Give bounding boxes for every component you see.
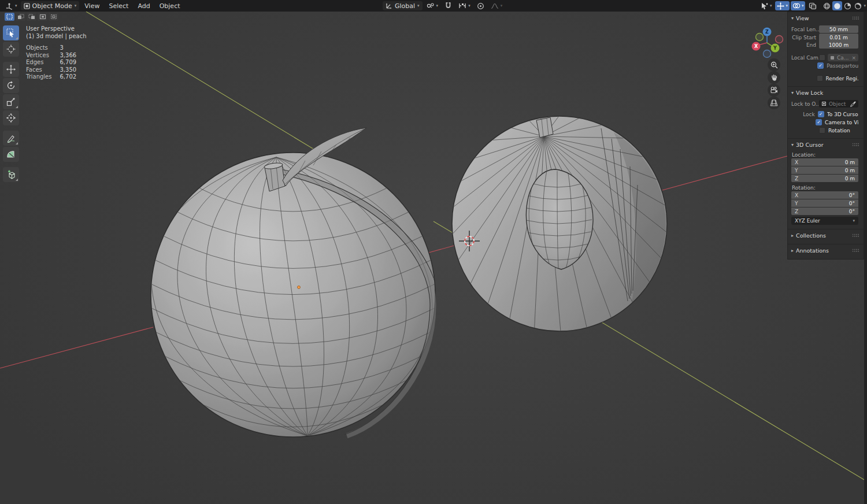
shading-material-button[interactable] (843, 1, 853, 10)
chevron-down-icon: ▾ (770, 4, 772, 8)
local-camera-object-field[interactable]: Ca... × (828, 54, 858, 61)
eyedropper-icon[interactable] (850, 101, 856, 107)
lock-3d-cursor-checkbox[interactable]: ✓ (818, 111, 824, 117)
cursor-section-header[interactable]: ▾ 3D Cursor (791, 140, 858, 149)
show-overlays-toggle[interactable]: ▾ (791, 1, 806, 10)
viewport-info-overlay: User Perspective (1) 3d model | peach Ob… (26, 25, 87, 81)
navigation-gizmo[interactable]: Z X Y (749, 24, 787, 62)
chevron-down-icon: ▾ (791, 142, 794, 147)
tool-select-box[interactable] (3, 25, 19, 40)
annotations-section-header[interactable]: ▸ Annotations (791, 246, 858, 255)
view-lock-section-header[interactable]: ▾ View Lock (791, 88, 858, 97)
stat-row: Triangles6,702 (26, 73, 76, 81)
select-subtract-button[interactable] (27, 13, 36, 21)
editor-type-selector[interactable]: ▾ (3, 1, 20, 10)
menu-object[interactable]: Object (155, 0, 184, 12)
snap-increment-icon (458, 2, 466, 9)
axis-neg-x-ball[interactable] (776, 36, 783, 43)
select-intersect-button[interactable] (49, 13, 58, 21)
camera-to-view-label: Camera to Vi... (825, 120, 858, 125)
tool-annotate[interactable] (3, 131, 19, 146)
tool-add-primitive[interactable] (3, 167, 19, 182)
panel-section-annotations: ▸ Annotations (788, 244, 864, 259)
cursor-rotation-z-field[interactable]: Z0° (791, 207, 858, 215)
snap-settings-dropdown[interactable]: ▾ (456, 1, 473, 10)
chevron-down-icon: ▾ (15, 4, 17, 8)
tool-measure[interactable] (3, 147, 19, 162)
wireframe-shading-icon (823, 2, 831, 10)
clear-object-icon[interactable]: × (851, 55, 856, 61)
clip-end-field[interactable]: 1000 m (819, 41, 858, 49)
peach-model-whole (151, 128, 439, 439)
lock-to-object-field[interactable]: Object (819, 100, 858, 108)
axis-neg-y-ball[interactable] (756, 34, 764, 41)
shading-rendered-button[interactable] (853, 1, 863, 10)
chevron-down-icon: ▾ (791, 90, 794, 95)
tool-scale[interactable] (3, 94, 19, 109)
mode-dropdown[interactable]: Object Mode ▾ (21, 1, 80, 10)
mode-label: Object Mode (32, 2, 72, 10)
select-invert-button[interactable] (38, 13, 47, 21)
tool-move[interactable] (3, 62, 19, 77)
cursor-location-x-field[interactable]: X0 m (791, 158, 858, 166)
tool-transform[interactable] (3, 110, 19, 125)
proportional-edit-toggle[interactable] (475, 1, 487, 10)
collections-section-header[interactable]: ▸ Collections (791, 231, 858, 240)
passepartout-checkbox[interactable]: ✓ (817, 62, 824, 69)
peach-model-cross-section (441, 105, 677, 342)
cursor-rotation-x-field[interactable]: X0° (791, 191, 858, 199)
xray-toggle[interactable] (806, 1, 819, 10)
chevron-down-icon: ▾ (417, 4, 420, 8)
shading-wireframe-button[interactable] (822, 1, 832, 10)
panel-edge-strip[interactable] (864, 12, 867, 504)
lock-rotation-checkbox[interactable] (819, 127, 825, 134)
section-grip-icon[interactable] (852, 249, 859, 252)
pan-button[interactable] (768, 71, 780, 84)
overlays-icon (792, 2, 801, 9)
view-section-header[interactable]: ▾ View (791, 14, 858, 23)
stat-row: Edges6,709 (26, 59, 76, 66)
cursor-rotation-y-field[interactable]: Y0° (791, 199, 858, 207)
proportional-edit-icon (477, 2, 484, 10)
menu-view[interactable]: View (80, 0, 103, 12)
pivot-point-dropdown[interactable]: ▾ (424, 1, 441, 10)
panel-section-collections: ▸ Collections (788, 229, 864, 244)
render-region-label: Render Regi... (826, 76, 859, 81)
rendered-shading-icon (854, 2, 862, 10)
focal-length-field[interactable]: 50 mm (819, 25, 858, 33)
render-region-checkbox[interactable] (817, 75, 823, 81)
object-visibility-dropdown[interactable]: ▾ (758, 1, 775, 10)
clip-start-field[interactable]: 0.01 m (819, 34, 858, 41)
show-gizmo-toggle[interactable]: ▾ (775, 1, 790, 10)
cursor-location-y-field[interactable]: Y0 m (791, 166, 858, 174)
tool-rotate[interactable] (3, 78, 19, 93)
sidebar-n-panel: ▾ View Focal Len... 50 mm Clip Start 0.0… (787, 12, 864, 260)
chevron-down-icon: ▾ (864, 4, 866, 8)
camera-to-view-checkbox[interactable]: ✓ (816, 119, 822, 125)
section-grip-icon[interactable] (852, 234, 859, 237)
scene-collection-label: (1) 3d model | peach (26, 33, 87, 40)
menu-add[interactable]: Add (134, 0, 154, 12)
tool-cursor[interactable] (3, 42, 19, 57)
tool-shelf (3, 25, 19, 183)
snap-toggle[interactable] (442, 1, 454, 10)
section-grip-icon[interactable] (852, 143, 859, 146)
select-extend-button[interactable] (16, 13, 25, 21)
axis-neg-z-ball[interactable] (764, 50, 771, 58)
camera-view-button[interactable] (768, 84, 780, 97)
xray-icon (809, 2, 817, 10)
select-set-button[interactable] (5, 13, 14, 21)
3d-viewport[interactable]: Options (0, 12, 867, 504)
euler-order-dropdown[interactable]: XYZ Euler ▾ (791, 217, 858, 225)
transform-orientation-dropdown[interactable]: Global ▾ (383, 1, 423, 10)
orthographic-grid-button[interactable] (768, 97, 780, 109)
camera-data-icon (830, 55, 835, 60)
shading-mode-group: ▾ (822, 1, 866, 10)
menu-select[interactable]: Select (105, 0, 132, 12)
local-camera-checkbox[interactable] (819, 54, 825, 61)
focal-length-label: Focal Len... (791, 27, 819, 32)
section-grip-icon[interactable] (852, 16, 859, 20)
proportional-falloff-dropdown[interactable]: ▾ (488, 1, 505, 10)
cursor-location-z-field[interactable]: Z0 m (791, 175, 858, 182)
shading-solid-button[interactable] (832, 1, 842, 10)
